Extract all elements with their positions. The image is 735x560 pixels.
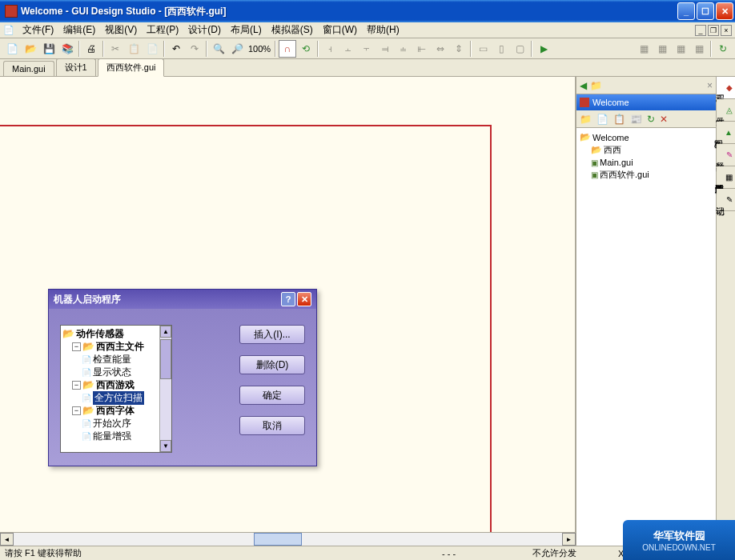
dialog-titlebar[interactable]: 机器人启动程序 ? ✕: [49, 290, 316, 309]
refresh-icon[interactable]: ↻: [647, 114, 655, 125]
menu-help[interactable]: 帮助(H): [362, 22, 404, 38]
save-all-button[interactable]: 📚: [58, 40, 76, 58]
insert-button[interactable]: 插入(I)...: [239, 325, 305, 344]
distribute-v-button[interactable]: ⇕: [450, 40, 468, 58]
close-button[interactable]: ✕: [716, 2, 733, 20]
maximize-button[interactable]: ☐: [697, 2, 714, 20]
copy-icon[interactable]: 📋: [613, 114, 625, 125]
tree-item[interactable]: 检查能量: [93, 353, 131, 366]
design-canvas[interactable]: 机器人启动程序 ? ✕ 📂动作传感器 −📂西西主文件 📄检查能量 📄显示状态: [0, 77, 576, 532]
side-tab-project[interactable]: ◆工程: [717, 77, 735, 99]
panel-folder-icon[interactable]: 📁: [590, 80, 602, 91]
zoom-in-button[interactable]: 🔍: [210, 40, 227, 58]
scroll-thumb[interactable]: [254, 533, 302, 546]
new-button[interactable]: 📄: [3, 40, 21, 58]
tree-group2[interactable]: 西西游戏: [96, 378, 135, 392]
tree-file[interactable]: Main.gui: [600, 158, 633, 167]
side-tab-elements[interactable]: ◬元件: [717, 99, 735, 122]
open-button[interactable]: 📂: [22, 40, 39, 58]
copy-button[interactable]: 📋: [125, 40, 143, 58]
panel-nav-back-icon[interactable]: ◀: [580, 80, 587, 91]
project-label-row[interactable]: Welcome: [576, 94, 716, 110]
dialog-close-button[interactable]: ✕: [297, 292, 311, 306]
forward-button[interactable]: ▦: [672, 40, 689, 58]
project-tree[interactable]: 📂Welcome 📂西西 ▣Main.gui ▣西西软件.gui: [576, 128, 716, 546]
scroll-right-icon[interactable]: ►: [562, 533, 576, 546]
scroll-down-icon[interactable]: ▼: [160, 440, 171, 452]
same-size-button[interactable]: ▢: [511, 40, 528, 58]
tree-group3[interactable]: 西西字体: [96, 404, 135, 418]
menu-project[interactable]: 工程(P): [142, 22, 183, 38]
menu-design[interactable]: 设计(D): [183, 22, 226, 38]
distribute-h-button[interactable]: ⇔: [432, 40, 449, 58]
zoom-out-button[interactable]: 🔎: [228, 40, 246, 58]
tree-file[interactable]: 西西软件.gui: [600, 169, 649, 181]
save-button[interactable]: 💾: [40, 40, 58, 58]
tab-xixi-software[interactable]: 西西软件.gui: [98, 58, 165, 77]
tab-main-gui[interactable]: Main.gui: [3, 61, 54, 76]
same-width-button[interactable]: ▭: [474, 40, 492, 58]
scroll-left-icon[interactable]: ◄: [0, 533, 14, 546]
paste-button[interactable]: 📄: [143, 40, 161, 58]
canvas-horizontal-scrollbar[interactable]: ◄ ►: [0, 532, 576, 546]
cancel-button[interactable]: 取消: [239, 416, 305, 435]
tree-root[interactable]: Welcome: [592, 133, 629, 142]
run-button[interactable]: ▶: [535, 40, 552, 58]
align-center-button[interactable]: ⫠: [339, 40, 357, 58]
side-tab-storyboard[interactable]: ▦滚动条延连图纸: [717, 166, 735, 189]
tree-item[interactable]: 显示状态: [93, 366, 131, 379]
view-icon[interactable]: 📰: [630, 114, 642, 125]
refresh-button[interactable]: ↻: [714, 40, 732, 58]
link-button[interactable]: ⟲: [297, 40, 315, 58]
minimize-button[interactable]: _: [677, 2, 695, 20]
mdi-icon[interactable]: 📄: [3, 25, 14, 35]
scroll-track[interactable]: [14, 533, 562, 546]
panel-close-button[interactable]: ×: [707, 80, 713, 91]
side-tab-log[interactable]: ✎动记: [717, 189, 735, 211]
robot-startup-dialog[interactable]: 机器人启动程序 ? ✕ 📂动作传感器 −📂西西主文件 📄检查能量 📄显示状态: [48, 289, 317, 466]
back-button[interactable]: ▦: [653, 40, 671, 58]
zoom-level[interactable]: 100%: [247, 44, 272, 54]
undo-button[interactable]: ↶: [167, 40, 185, 58]
ok-button[interactable]: 确定: [239, 386, 305, 405]
new-folder-icon[interactable]: 📁: [580, 114, 592, 125]
align-bottom-button[interactable]: ⫦: [413, 40, 431, 58]
scroll-thumb[interactable]: [160, 339, 171, 379]
menu-window[interactable]: 窗口(W): [318, 22, 362, 38]
menu-file[interactable]: 文件(F): [18, 22, 58, 38]
menu-view[interactable]: 视图(V): [100, 22, 142, 38]
tree-folder[interactable]: 西西: [604, 144, 621, 156]
cut-button[interactable]: ✂: [106, 40, 124, 58]
tab-design1[interactable]: 设计1: [56, 58, 96, 76]
snap-button[interactable]: ∩: [279, 40, 296, 58]
redo-button[interactable]: ↷: [186, 40, 203, 58]
delete-button[interactable]: 删除(D): [239, 355, 305, 374]
align-right-button[interactable]: ⫟: [358, 40, 376, 58]
dialog-tree-scrollbar[interactable]: ▲ ▼: [159, 326, 171, 452]
side-tab-icons[interactable]: ▲图标: [717, 122, 735, 144]
front-button[interactable]: ▦: [635, 40, 653, 58]
tree-item[interactable]: 能量增强: [93, 430, 131, 443]
menu-edit[interactable]: 编辑(E): [58, 22, 100, 38]
new-file-icon[interactable]: 📄: [596, 114, 608, 125]
mdi-minimize-button[interactable]: _: [695, 25, 706, 36]
backward-button[interactable]: ▦: [690, 40, 708, 58]
menu-layout[interactable]: 布局(L): [226, 22, 267, 38]
tree-item[interactable]: 开始次序: [93, 417, 131, 430]
delete-icon[interactable]: ✕: [660, 114, 668, 125]
tree-root[interactable]: 动作传感器: [76, 327, 124, 341]
tree-group1[interactable]: 西西主文件: [96, 340, 144, 354]
dialog-help-button[interactable]: ?: [281, 292, 295, 306]
tree-item-selected[interactable]: 全方位扫描: [93, 391, 144, 405]
align-middle-button[interactable]: ⫨: [395, 40, 412, 58]
dialog-treeview[interactable]: 📂动作传感器 −📂西西主文件 📄检查能量 📄显示状态 −📂西西游戏 📄全方位扫描…: [60, 325, 172, 453]
align-top-button[interactable]: ⫤: [376, 40, 394, 58]
mdi-restore-button[interactable]: ❐: [708, 25, 719, 36]
side-tab-notes[interactable]: ✎注释: [717, 144, 735, 166]
menu-simulator[interactable]: 模拟器(S): [267, 22, 318, 38]
print-button[interactable]: 🖨: [82, 40, 100, 58]
mdi-close-button[interactable]: ×: [721, 25, 732, 36]
same-height-button[interactable]: ▯: [492, 40, 510, 58]
align-left-button[interactable]: ⫞: [321, 40, 339, 58]
scroll-up-icon[interactable]: ▲: [160, 326, 171, 338]
